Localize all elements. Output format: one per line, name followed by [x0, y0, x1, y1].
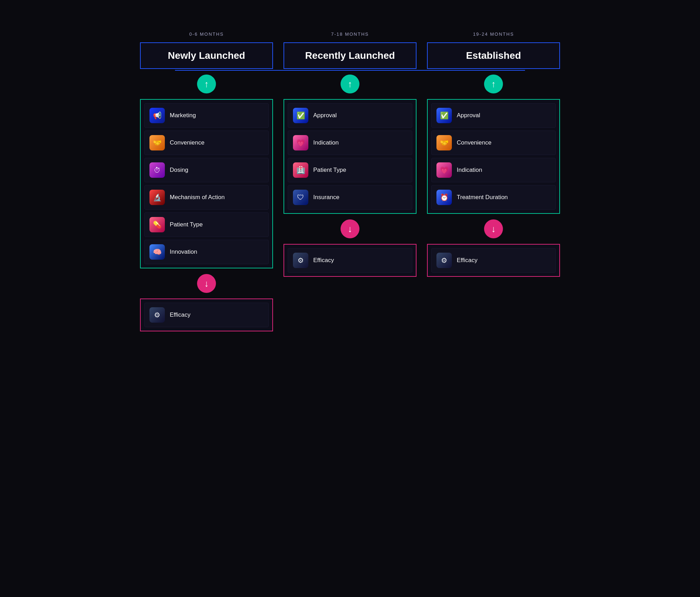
time-label-established: 19-24 MONTHS — [473, 31, 514, 37]
column-established: 19-24 MONTHSEstablished↑✅Approval🤝Conven… — [427, 31, 560, 331]
item-row-newly-launched-1: 🤝Convenience — [144, 131, 269, 155]
down-item-row-recently-launched-0: ⚙Efficacy — [288, 248, 412, 273]
column-newly-launched: 0-6 MONTHSNewly Launched↑📢Marketing🤝Conv… — [140, 31, 273, 331]
item-row-newly-launched-4: 💊Patient Type — [144, 212, 269, 237]
item-icon-established-0: ✅ — [436, 108, 452, 123]
item-label-newly-launched-1: Convenience — [170, 139, 204, 146]
item-row-established-1: 🤝Convenience — [431, 131, 556, 155]
item-icon-recently-launched-2: 🏥 — [293, 162, 308, 178]
down-arrow-recently-launched: ↓ — [341, 219, 359, 238]
up-arrow-newly-launched: ↑ — [197, 75, 216, 93]
columns-row: 0-6 MONTHSNewly Launched↑📢Marketing🤝Conv… — [140, 31, 560, 331]
up-arrow-established: ↑ — [484, 75, 503, 93]
up-items-box-established: ✅Approval🤝Convenience💗Indication⏰Treatme… — [427, 99, 560, 214]
up-items-box-newly-launched: 📢Marketing🤝Convenience⏱Dosing🔬Mechanism … — [140, 99, 273, 268]
item-icon-established-3: ⏰ — [436, 190, 452, 205]
down-item-label-established-0: Efficacy — [457, 257, 477, 264]
down-item-row-newly-launched-0: ⚙Efficacy — [144, 303, 269, 327]
item-row-newly-launched-0: 📢Marketing — [144, 103, 269, 128]
item-label-newly-launched-5: Innovation — [170, 248, 197, 255]
page-container: 0-6 MONTHSNewly Launched↑📢Marketing🤝Conv… — [140, 14, 560, 331]
item-icon-newly-launched-1: 🤝 — [149, 135, 165, 150]
item-label-newly-launched-0: Marketing — [170, 112, 196, 119]
phase-box-established: Established — [427, 42, 560, 69]
down-item-label-newly-launched-0: Efficacy — [170, 311, 190, 318]
item-icon-newly-launched-4: 💊 — [149, 217, 165, 232]
item-icon-newly-launched-3: 🔬 — [149, 190, 165, 205]
phase-box-recently-launched: Recently Launched — [284, 42, 416, 69]
down-item-label-recently-launched-0: Efficacy — [313, 257, 334, 264]
item-icon-newly-launched-0: 📢 — [149, 108, 165, 123]
item-label-recently-launched-3: Insurance — [313, 194, 340, 201]
down-items-box-recently-launched: ⚙Efficacy — [284, 244, 416, 277]
phase-title-established: Established — [466, 50, 521, 61]
item-icon-established-2: 💗 — [436, 162, 452, 178]
item-row-recently-launched-3: 🛡Insurance — [288, 185, 412, 210]
down-items-box-established: ⚙Efficacy — [427, 244, 560, 277]
phase-box-newly-launched: Newly Launched — [140, 42, 273, 69]
item-label-established-3: Treatment Duration — [457, 194, 508, 201]
down-arrow-established: ↓ — [484, 219, 503, 238]
item-icon-recently-launched-0: ✅ — [293, 108, 308, 123]
up-items-box-recently-launched: ✅Approval💗Indication🏥Patient Type🛡Insura… — [284, 99, 416, 214]
time-label-recently-launched: 7-18 MONTHS — [331, 31, 369, 37]
item-row-established-0: ✅Approval — [431, 103, 556, 128]
time-label-newly-launched: 0-6 MONTHS — [189, 31, 224, 37]
item-row-recently-launched-0: ✅Approval — [288, 103, 412, 128]
item-label-newly-launched-2: Dosing — [170, 167, 188, 174]
item-label-newly-launched-4: Patient Type — [170, 221, 203, 228]
item-label-recently-launched-0: Approval — [313, 112, 337, 119]
up-arrow-recently-launched: ↑ — [341, 75, 359, 93]
item-icon-newly-launched-2: ⏱ — [149, 162, 165, 178]
phase-title-newly-launched: Newly Launched — [168, 50, 245, 61]
item-icon-newly-launched-5: 🧠 — [149, 244, 165, 260]
phase-title-recently-launched: Recently Launched — [305, 50, 395, 61]
item-row-recently-launched-2: 🏥Patient Type — [288, 158, 412, 182]
down-item-row-established-0: ⚙Efficacy — [431, 248, 556, 273]
item-label-recently-launched-2: Patient Type — [313, 167, 346, 174]
item-row-established-2: 💗Indication — [431, 158, 556, 182]
item-row-newly-launched-2: ⏱Dosing — [144, 158, 269, 182]
item-row-recently-launched-1: 💗Indication — [288, 131, 412, 155]
item-label-established-2: Indication — [457, 167, 482, 174]
item-row-newly-launched-5: 🧠Innovation — [144, 240, 269, 264]
down-arrow-newly-launched: ↓ — [197, 274, 216, 293]
down-item-icon-recently-launched-0: ⚙ — [293, 253, 308, 268]
item-label-established-1: Convenience — [457, 139, 491, 146]
item-row-newly-launched-3: 🔬Mechanism of Action — [144, 185, 269, 210]
item-icon-established-1: 🤝 — [436, 135, 452, 150]
item-icon-recently-launched-3: 🛡 — [293, 190, 308, 205]
item-row-established-3: ⏰Treatment Duration — [431, 185, 556, 210]
down-item-icon-newly-launched-0: ⚙ — [149, 307, 165, 323]
item-label-recently-launched-1: Indication — [313, 139, 339, 146]
item-label-newly-launched-3: Mechanism of Action — [170, 194, 225, 201]
column-recently-launched: 7-18 MONTHSRecently Launched↑✅Approval💗I… — [284, 31, 416, 331]
item-icon-recently-launched-1: 💗 — [293, 135, 308, 150]
down-item-icon-established-0: ⚙ — [436, 253, 452, 268]
down-items-box-newly-launched: ⚙Efficacy — [140, 298, 273, 331]
item-label-established-0: Approval — [457, 112, 480, 119]
